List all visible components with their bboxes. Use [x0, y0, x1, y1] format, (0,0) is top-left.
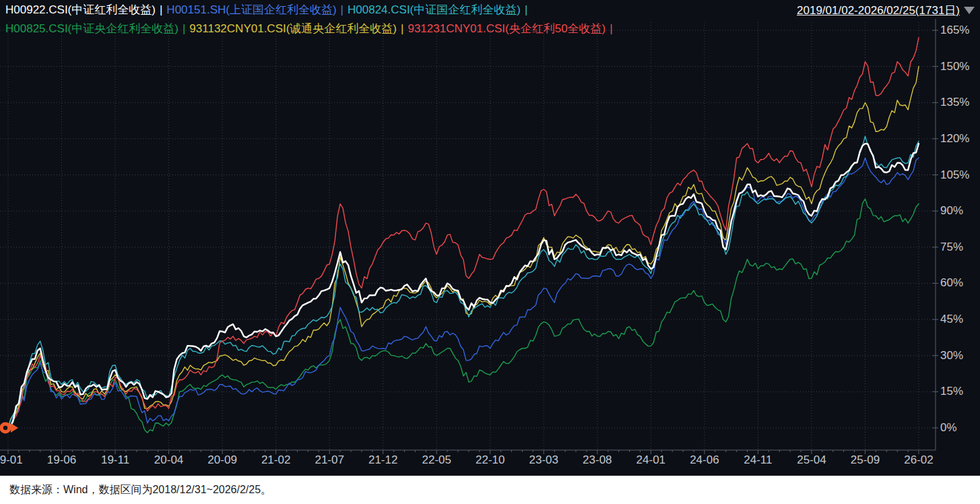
x-axis-label: 20-04 [145, 453, 193, 467]
legend-separator: | [606, 22, 616, 35]
y-axis-label: 30% [940, 349, 963, 363]
series-line-H00151.SH [8, 158, 919, 429]
y-axis-label: 60% [940, 276, 963, 290]
date-range-label: 2019/01/02-2026/02/25(1731日) [797, 3, 960, 18]
x-axis-label: 21-07 [306, 453, 353, 467]
x-axis-label: 26-02 [895, 453, 942, 467]
start-marker-hole [3, 426, 7, 430]
x-axis-label: 19-01 [0, 453, 32, 467]
y-axis-label: 15% [940, 385, 963, 398]
y-axis-label: 45% [940, 313, 963, 326]
y-axis-label: 165% [940, 24, 969, 37]
x-axis-label: 23-08 [574, 453, 621, 467]
y-axis-label: 135% [940, 96, 969, 109]
price-chart-svg [0, 0, 980, 475]
series-line-H00824.CSI [8, 136, 919, 428]
series-line-H00922.CSI [8, 144, 919, 428]
legend-separator: | [521, 3, 531, 16]
footer-source-text: 数据来源：Wind，数据区间为2018/12/31~2026/2/25。 [9, 483, 271, 497]
y-axis-label: 150% [940, 60, 969, 73]
y-axis-label: 90% [940, 204, 963, 218]
x-axis-label: 20-09 [199, 453, 246, 467]
footer-source-bar: 数据来源：Wind，数据区间为2018/12/31~2026/2/25。 [0, 476, 980, 504]
x-axis-label: 24-11 [734, 453, 781, 467]
x-axis-label: 19-06 [38, 453, 86, 467]
x-axis-label: 21-02 [253, 453, 300, 467]
y-axis-label: 105% [940, 168, 969, 182]
chart-area[interactable] [0, 0, 980, 475]
x-axis-label: 22-10 [467, 453, 514, 467]
legend-separator: | [178, 22, 189, 35]
legend-row-2: H00825.CSI(中证央企红利全收益)|931132CNY01.CSI(诚通… [5, 21, 617, 36]
legend-separator: | [156, 3, 166, 16]
legend-row-1: H00922.CSI(中证红利全收益)|H00151.SH(上证国企红利全收益)… [5, 2, 531, 18]
x-axis-label: 19-11 [92, 453, 139, 467]
x-axis-label: 25-04 [788, 453, 835, 467]
y-axis-label: 120% [940, 132, 969, 146]
x-axis-label: 22-05 [413, 453, 460, 467]
series-line-931231CNY01.CSI [8, 38, 919, 428]
legend-separator: | [397, 22, 407, 35]
x-axis-label: 24-06 [681, 453, 728, 467]
x-axis-label: 24-01 [627, 453, 674, 467]
x-axis-label: 21-12 [360, 453, 407, 467]
wind-chart-window: H00922.CSI(中证红利全收益)|H00151.SH(上证国企红利全收益)… [0, 0, 980, 504]
legend-item-H00922.CSI[interactable]: H00922.CSI(中证红利全收益) [5, 3, 156, 16]
legend-item-H00825.CSI[interactable]: H00825.CSI(中证央企红利全收益) [5, 22, 178, 35]
legend-item-931132CNY01.CSI[interactable]: 931132CNY01.CSI(诚通央企红利全收益) [189, 22, 397, 35]
x-axis-label: 25-09 [841, 453, 888, 467]
legend-item-H00151.SH[interactable]: H00151.SH(上证国企红利全收益) [166, 3, 336, 16]
y-axis-label: 0% [940, 421, 957, 435]
y-axis-label: 75% [940, 241, 963, 254]
legend-item-931231CNY01.CSI[interactable]: 931231CNY01.CSI(央企红利50全收益) [407, 22, 606, 35]
start-marker-arrow-icon [11, 423, 18, 433]
x-axis-label: 23-03 [520, 453, 567, 467]
legend-separator: | [337, 3, 348, 16]
legend-item-H00824.CSI[interactable]: H00824.CSI(中证国企红利全收益) [348, 3, 521, 16]
chevron-down-icon [964, 7, 975, 14]
date-range-selector[interactable]: 2019/01/02-2026/02/25(1731日) [797, 3, 975, 18]
